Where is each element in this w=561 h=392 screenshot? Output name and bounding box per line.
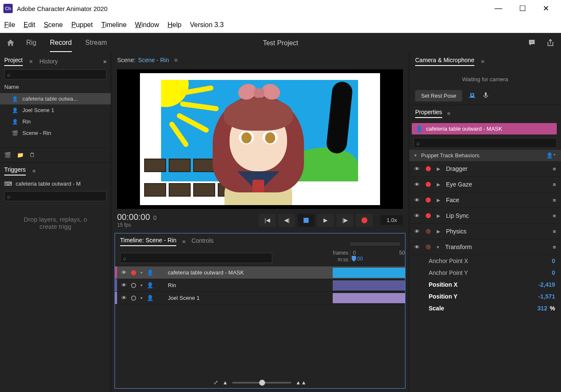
arm-dot[interactable] bbox=[426, 182, 431, 187]
visibility-icon[interactable]: 👁 bbox=[414, 213, 420, 219]
arm-dot[interactable] bbox=[426, 197, 431, 203]
project-panel-menu-icon[interactable]: ≡ bbox=[30, 58, 33, 65]
visibility-toggle-icon[interactable]: 👁 bbox=[121, 269, 127, 276]
zoom-slider[interactable] bbox=[232, 382, 291, 384]
visibility-icon[interactable]: 👁 bbox=[414, 228, 420, 235]
track-row[interactable]: 👁 ▾ 👤 Rin bbox=[115, 279, 405, 292]
home-icon[interactable] bbox=[6, 38, 15, 48]
minimize-button[interactable]: — bbox=[495, 4, 502, 13]
chevron-right-icon[interactable]: ▶ bbox=[437, 213, 440, 219]
chevron-right-icon[interactable]: ▶ bbox=[437, 197, 440, 203]
timeline-menu-icon[interactable]: ≡ bbox=[182, 238, 186, 245]
visibility-icon[interactable]: 👁 bbox=[414, 197, 420, 203]
properties-tab[interactable]: Properties bbox=[415, 109, 442, 118]
step-back-button[interactable]: ◀| bbox=[278, 214, 295, 227]
visibility-toggle-icon[interactable]: 👁 bbox=[121, 295, 127, 301]
menu-window[interactable]: Window bbox=[135, 21, 159, 29]
record-button[interactable] bbox=[356, 214, 373, 227]
behavior-menu-icon[interactable]: ≡ bbox=[553, 228, 556, 235]
tab-stream[interactable]: Stream bbox=[85, 34, 107, 52]
keyboard-icon[interactable]: ⌨ bbox=[4, 181, 12, 187]
behavior-row[interactable]: 👁 ▶ Lip Sync ≡ bbox=[409, 208, 561, 224]
visibility-icon[interactable]: 👁 bbox=[414, 244, 420, 250]
prop-value[interactable]: 312 bbox=[537, 305, 547, 312]
arm-dot[interactable] bbox=[426, 229, 431, 234]
add-behavior-icon[interactable]: 👤⁺ bbox=[546, 152, 556, 159]
behavior-row[interactable]: 👁 ▶ Dragger ≡ bbox=[409, 161, 561, 177]
playback-speed[interactable]: 1.0x bbox=[380, 215, 403, 225]
arm-record-toggle[interactable] bbox=[131, 296, 136, 301]
triggers-search[interactable]: ⌕ bbox=[4, 191, 107, 201]
project-item-rin[interactable]: 👤 Rin bbox=[0, 116, 111, 127]
arm-dot[interactable] bbox=[426, 166, 431, 171]
arm-dot[interactable] bbox=[426, 244, 431, 249]
behavior-row[interactable]: 👁 ▶ Physics ≡ bbox=[409, 224, 561, 239]
track-row[interactable]: 👁 ▾ 👤 cafeteria table outward - MASK bbox=[115, 266, 405, 279]
behavior-row[interactable]: 👁 ▶ Face ≡ bbox=[409, 192, 561, 208]
timeline-search[interactable]: ⌕ bbox=[120, 253, 272, 263]
track-row[interactable]: 👁 ▾ 👤 Joel Scene 1 bbox=[115, 292, 405, 304]
properties-search[interactable]: ⌕ bbox=[413, 138, 557, 148]
share-icon[interactable] bbox=[546, 38, 555, 48]
timeline-tab[interactable]: Timeline: Scene - Rin bbox=[120, 237, 176, 246]
triggers-tab[interactable]: Triggers bbox=[4, 166, 26, 175]
note-icon[interactable]: 🗒 bbox=[30, 152, 35, 158]
visibility-toggle-icon[interactable]: 👁 bbox=[121, 282, 127, 288]
project-item-joel[interactable]: 👤 Joel Scene 1 bbox=[0, 104, 111, 116]
close-button[interactable]: ✕ bbox=[543, 4, 549, 13]
visibility-icon[interactable]: 👁 bbox=[414, 181, 420, 188]
arm-record-toggle[interactable] bbox=[131, 270, 136, 275]
behavior-menu-icon[interactable]: ≡ bbox=[553, 181, 556, 188]
project-item-cafeteria[interactable]: 👤 cafeteria table outwa... bbox=[0, 93, 111, 104]
history-tab[interactable]: History bbox=[39, 58, 58, 65]
behavior-menu-icon[interactable]: ≡ bbox=[553, 197, 556, 203]
behavior-menu-icon[interactable]: ≡ bbox=[553, 244, 556, 250]
new-scene-icon[interactable]: 🎬 bbox=[4, 152, 11, 158]
behavior-row[interactable]: 👁 ▶ Eye Gaze ≡ bbox=[409, 177, 561, 192]
track-clip[interactable] bbox=[333, 293, 405, 303]
scene-name-link[interactable]: Scene - Rin bbox=[138, 57, 169, 63]
chevron-down-icon[interactable]: ▾ bbox=[437, 244, 439, 250]
track-clip[interactable] bbox=[333, 268, 405, 278]
expand-track-icon[interactable]: ▾ bbox=[140, 270, 142, 275]
camera-menu-icon[interactable]: ≡ bbox=[481, 58, 484, 65]
tab-record[interactable]: Record bbox=[50, 34, 72, 52]
chevron-right-icon[interactable]: ▶ bbox=[437, 182, 440, 187]
chevron-right-icon[interactable]: ▶ bbox=[437, 166, 440, 172]
prop-value[interactable]: 0 bbox=[552, 269, 555, 276]
behavior-menu-icon[interactable]: ≡ bbox=[553, 166, 556, 172]
tab-rig[interactable]: Rig bbox=[26, 34, 36, 52]
arm-dot[interactable] bbox=[426, 213, 431, 218]
go-to-start-button[interactable]: |◀ bbox=[259, 214, 276, 227]
scene-viewport[interactable] bbox=[117, 69, 403, 209]
menu-timeline[interactable]: Timeline bbox=[101, 21, 126, 29]
menu-puppet[interactable]: Puppet bbox=[71, 21, 93, 29]
scene-menu-icon[interactable]: ≡ bbox=[174, 57, 178, 63]
camera-icon[interactable] bbox=[468, 91, 476, 100]
stop-button[interactable] bbox=[298, 214, 315, 227]
prop-value[interactable]: -2,419 bbox=[538, 281, 555, 288]
feedback-icon[interactable] bbox=[527, 38, 536, 48]
chevron-right-icon[interactable]: ▶ bbox=[437, 229, 440, 234]
behaviors-header[interactable]: ▾ Puppet Track Behaviors 👤⁺ bbox=[409, 150, 561, 161]
folder-icon[interactable]: 📁 bbox=[17, 152, 24, 158]
project-item-scene-rin[interactable]: 🎬 Scene - Rin bbox=[0, 127, 111, 139]
project-tab[interactable]: Project bbox=[4, 57, 23, 66]
zoom-out-icon[interactable]: ▲ bbox=[222, 379, 228, 386]
prop-value[interactable]: -1,571 bbox=[538, 293, 555, 300]
set-rest-pose-button[interactable]: Set Rest Pose bbox=[415, 90, 462, 101]
menu-edit[interactable]: Edit bbox=[24, 21, 36, 29]
microphone-icon[interactable] bbox=[482, 91, 489, 100]
visibility-icon[interactable]: 👁 bbox=[414, 166, 420, 172]
menu-file[interactable]: File bbox=[4, 21, 15, 29]
behavior-row-transform[interactable]: 👁 ▾ Transform ≡ bbox=[409, 239, 561, 255]
triggers-menu-icon[interactable]: ≡ bbox=[33, 168, 36, 174]
project-search[interactable]: ⌕ bbox=[4, 69, 107, 79]
timecode[interactable]: 00:00:00 bbox=[117, 212, 150, 222]
zoom-in-icon[interactable]: ▲▲ bbox=[296, 379, 306, 386]
camera-tab[interactable]: Camera & Microphone bbox=[415, 57, 474, 66]
expand-track-icon[interactable]: ▾ bbox=[140, 283, 142, 288]
menu-scene[interactable]: Scene bbox=[44, 21, 63, 29]
maximize-button[interactable]: ☐ bbox=[519, 4, 526, 13]
play-button[interactable]: ▶ bbox=[317, 214, 334, 227]
